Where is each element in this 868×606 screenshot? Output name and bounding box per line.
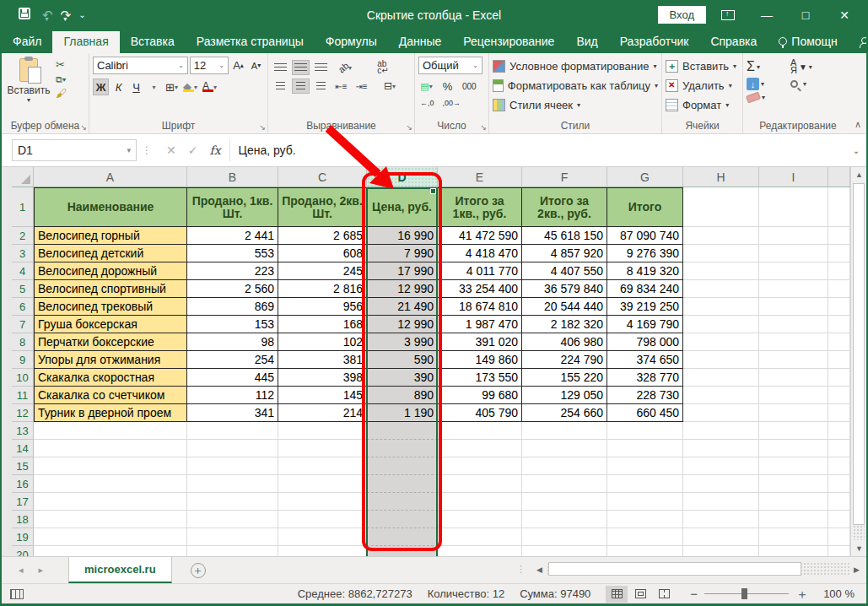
decrease-indent-icon[interactable]: ⇤≡ <box>332 78 350 94</box>
horizontal-scrollbar[interactable] <box>547 562 849 576</box>
tab-помощн[interactable]: Помощн <box>768 31 849 53</box>
tab-справка[interactable]: Справка <box>699 31 768 53</box>
cell-J4[interactable] <box>828 262 850 280</box>
cell-C15[interactable] <box>278 457 367 475</box>
close-button[interactable]: ✕ <box>828 0 861 30</box>
cell-I1[interactable] <box>759 187 828 227</box>
cell-G1[interactable]: Итого <box>607 187 683 227</box>
formula-input[interactable]: Цена, руб. <box>230 143 846 157</box>
cell-I6[interactable] <box>759 298 828 316</box>
cell-I13[interactable] <box>759 422 828 440</box>
cell-C17[interactable] <box>278 493 367 511</box>
cell-A17[interactable] <box>34 493 187 511</box>
cell-C18[interactable] <box>278 511 367 528</box>
cell-I11[interactable] <box>759 387 828 404</box>
cell-J10[interactable] <box>828 369 850 387</box>
comma-format-icon[interactable]: 000 <box>461 78 478 95</box>
font-color-icon[interactable]: А▾ <box>201 78 218 95</box>
clipboard-dialog-launcher-icon[interactable]: ↘ <box>80 123 87 132</box>
cell-B18[interactable] <box>187 511 278 528</box>
column-header-I[interactable]: I <box>759 167 828 187</box>
cell-C12[interactable]: 214 <box>278 404 367 422</box>
cell-H14[interactable] <box>683 440 759 457</box>
font-dialog-launcher-icon[interactable]: ↘ <box>259 123 266 132</box>
cell-F16[interactable] <box>522 475 607 493</box>
fill-color-icon[interactable]: ◆▾ <box>181 78 199 95</box>
cell-C20[interactable] <box>278 546 367 556</box>
row-header-15[interactable]: 15 <box>12 457 34 475</box>
row-header-4[interactable]: 4 <box>12 262 34 280</box>
cell-H10[interactable] <box>683 369 759 387</box>
cell-A7[interactable]: Груша боксерская <box>34 316 187 333</box>
cell-I16[interactable] <box>759 475 828 493</box>
cell-A18[interactable] <box>34 511 187 528</box>
cell-H5[interactable] <box>683 280 759 298</box>
cell-J3[interactable] <box>828 245 850 262</box>
cell-E16[interactable] <box>438 475 522 493</box>
cell-C14[interactable] <box>278 440 367 457</box>
cell-H11[interactable] <box>683 387 759 404</box>
cell-B13[interactable] <box>187 422 278 440</box>
zoom-in-icon[interactable]: ＋ <box>795 590 808 598</box>
cell-J7[interactable] <box>828 316 850 333</box>
cell-E1[interactable]: Итого за 1кв., руб. <box>438 187 522 227</box>
decrease-decimal-icon[interactable]: ,00→ <box>441 95 463 111</box>
cell-B15[interactable] <box>187 457 278 475</box>
cell-H17[interactable] <box>683 493 759 511</box>
cell-E20[interactable] <box>438 546 522 556</box>
cell-D1[interactable]: Цена, руб. <box>367 187 438 227</box>
cell-J16[interactable] <box>828 475 850 493</box>
zoom-level[interactable]: 100 % <box>823 587 855 600</box>
cell-F19[interactable] <box>522 528 607 546</box>
cell-B6[interactable]: 869 <box>187 298 278 316</box>
find-select-button[interactable]: ▾ <box>790 78 828 90</box>
delete-cells-button[interactable]: Удалить▾ <box>666 76 739 95</box>
tab-разработчик[interactable]: Разработчик <box>609 31 700 53</box>
cell-F2[interactable]: 45 618 150 <box>522 227 607 245</box>
sort-filter-button[interactable]: АЯ▼▾ <box>790 59 828 74</box>
clear-button[interactable]: ▾ <box>747 94 790 101</box>
cell-J6[interactable] <box>828 298 850 316</box>
cell-E14[interactable] <box>438 440 522 457</box>
align-right-icon[interactable] <box>312 78 330 94</box>
column-header-D[interactable]: D <box>367 167 438 187</box>
cell-D2[interactable]: 16 990 <box>367 227 438 245</box>
align-bottom-icon[interactable] <box>312 60 330 75</box>
cell-C16[interactable] <box>278 475 367 493</box>
cell-D8[interactable]: 3 990 <box>367 333 438 351</box>
cell-B8[interactable]: 98 <box>187 333 278 351</box>
cell-A1[interactable]: Наименование <box>34 187 187 227</box>
column-header-F[interactable]: F <box>522 167 607 187</box>
cell-H9[interactable] <box>683 351 759 369</box>
cell-D19[interactable] <box>367 528 438 546</box>
row-header-2[interactable]: 2 <box>12 227 34 245</box>
name-box[interactable]: D1 ▾ <box>12 139 137 161</box>
cell-J20[interactable] <box>828 546 850 556</box>
cell-B3[interactable]: 553 <box>187 245 278 262</box>
undo-icon[interactable]: ↶▾ <box>42 8 49 23</box>
cell-F7[interactable]: 2 182 320 <box>522 316 607 333</box>
cell-J2[interactable] <box>828 227 850 245</box>
cell-H20[interactable] <box>683 546 759 556</box>
copy-icon[interactable]: ⧉▾ <box>56 73 67 85</box>
sign-in-button[interactable]: Вход <box>658 6 706 24</box>
cell-C7[interactable]: 168 <box>278 316 367 333</box>
cell-B2[interactable]: 2 441 <box>187 227 278 245</box>
cell-H12[interactable] <box>683 404 759 422</box>
cell-G4[interactable]: 8 419 320 <box>607 262 683 280</box>
cell-C11[interactable]: 145 <box>278 387 367 404</box>
row-header-14[interactable]: 14 <box>12 440 34 457</box>
cell-E12[interactable]: 405 790 <box>438 404 522 422</box>
tab-главная[interactable]: Главная <box>52 31 119 53</box>
cell-G6[interactable]: 39 219 250 <box>607 298 683 316</box>
cell-C3[interactable]: 608 <box>278 245 367 262</box>
row-header-3[interactable]: 3 <box>12 245 34 262</box>
cell-A13[interactable] <box>34 422 187 440</box>
cell-E2[interactable]: 41 472 590 <box>438 227 522 245</box>
cell-B11[interactable]: 112 <box>187 387 278 404</box>
cancel-entry-icon[interactable]: ✕ <box>166 143 176 157</box>
column-header-H[interactable]: H <box>683 167 759 187</box>
scroll-down-icon[interactable]: ▼ <box>851 541 867 556</box>
cell-J11[interactable] <box>828 387 850 404</box>
cell-E11[interactable]: 99 680 <box>438 387 522 404</box>
